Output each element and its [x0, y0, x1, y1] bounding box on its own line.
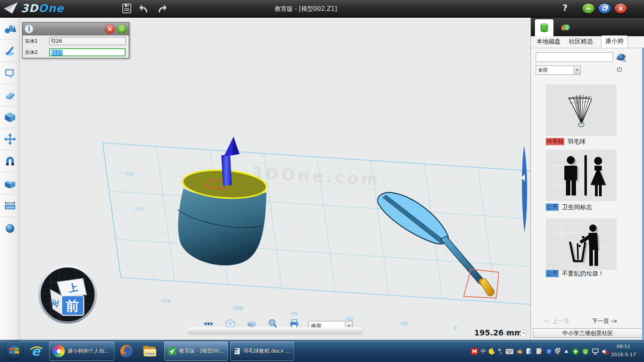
- model-thumbnail-shuttlecock[interactable]: [546, 84, 617, 136]
- dropdown-arrow[interactable]: [574, 66, 580, 74]
- entity2-row: 实体2 f237: [23, 47, 129, 58]
- restore-icon: [603, 6, 607, 10]
- internet-explorer-icon[interactable]: e: [28, 343, 44, 359]
- primitives-icon: [4, 23, 16, 35]
- svg-text:?: ?: [547, 349, 550, 354]
- toolbar-shelf: [188, 327, 362, 333]
- tab-community-featured[interactable]: 社区精选: [566, 36, 595, 48]
- browser-pinwheel-icon: [53, 345, 65, 357]
- close-button[interactable]: ×: [614, 3, 627, 14]
- tool-edit-sketch[interactable]: [0, 62, 20, 84]
- entity2-label: 实体2: [25, 49, 49, 56]
- library-tab-button[interactable]: [535, 19, 553, 36]
- explorer-folder-icon[interactable]: [142, 343, 158, 359]
- tool-move[interactable]: [0, 128, 20, 150]
- titlebar-divider: [577, 2, 578, 16]
- tool-combine[interactable]: [0, 173, 20, 195]
- magnet-icon: [4, 155, 16, 167]
- tool-sketch[interactable]: [0, 40, 20, 62]
- shuttlecock-image: [546, 84, 617, 136]
- tool-extrude[interactable]: [0, 106, 20, 128]
- community-panel: 本地磁盘 社区精选 康小帅 全部 待审核 羽毛球: [530, 18, 644, 340]
- search-input[interactable]: [536, 52, 613, 62]
- ruler-icon: [4, 200, 16, 212]
- help-button[interactable]: ?: [559, 3, 571, 15]
- show-hidden-icons-arrow[interactable]: [564, 349, 569, 354]
- parameter-dialog: i × ✓ 实体1 f226 实体2 f237: [22, 22, 129, 58]
- status-badge-public: 公开: [546, 270, 559, 277]
- svg-text:M: M: [472, 349, 477, 354]
- svg-text:-125: -125: [159, 297, 171, 304]
- network-icon[interactable]: [592, 348, 599, 355]
- viewcube-front-label: 前: [66, 298, 79, 314]
- combine-box-icon: [4, 177, 16, 189]
- show-desktop-icon[interactable]: [555, 348, 561, 355]
- category-dropdown[interactable]: 全部: [536, 66, 581, 75]
- tab-local-disk[interactable]: 本地磁盘: [534, 36, 563, 48]
- svg-text:W: W: [235, 349, 238, 353]
- viewport-3d[interactable]: 3DOne.com -125 -100 -75 -50 -25 0 25 -15…: [20, 18, 530, 340]
- minimize-button[interactable]: −: [582, 3, 595, 14]
- entity1-row: 实体1 f226: [23, 35, 129, 47]
- tool-magnet[interactable]: [0, 150, 20, 173]
- taskbar-button-3done[interactable]: 教育版 - [模型00...: [164, 341, 228, 361]
- entity2-field[interactable]: f237: [49, 48, 126, 56]
- community-site-button[interactable]: 中小学三维创意社区: [533, 328, 642, 338]
- tool-eraser[interactable]: [0, 84, 20, 106]
- prev-page-link[interactable]: <- 上一页: [544, 318, 569, 325]
- taskbar-button-word[interactable]: W 羽毛球教程.docx ...: [230, 341, 294, 361]
- view-cube[interactable]: 前 上 左: [37, 264, 98, 325]
- security-shield-icon[interactable]: [582, 348, 589, 355]
- handwriting-icon[interactable]: [516, 348, 523, 355]
- scale-dropdown-button[interactable]: [520, 330, 527, 337]
- doc-search-icon[interactable]: [526, 348, 533, 355]
- svg-text:-100: -100: [231, 304, 244, 311]
- svg-text:-25: -25: [399, 320, 409, 327]
- dialog-confirm-button[interactable]: ✓: [117, 24, 127, 34]
- taskbar-clock[interactable]: 09:51 2016-5-17: [607, 343, 640, 359]
- start-button[interactable]: [4, 341, 24, 360]
- taskbar: e 康小帅的个人创... 教育版 - [模型00...: [0, 340, 644, 362]
- tool-render[interactable]: [0, 217, 20, 239]
- database-icon: [539, 22, 550, 33]
- model-label[interactable]: 不要乱扔垃圾！: [562, 270, 604, 278]
- model-caption: 公开 不要乱扔垃圾！: [546, 269, 604, 278]
- antivirus-360-icon[interactable]: [572, 348, 579, 355]
- svg-text:0: 0: [453, 325, 457, 331]
- svg-text:-75: -75: [289, 311, 298, 317]
- panel-scrollbar[interactable]: [642, 47, 644, 340]
- restore-button[interactable]: [598, 3, 611, 14]
- doc-edit-icon[interactable]: [536, 348, 543, 355]
- tool-primitives[interactable]: [0, 18, 20, 40]
- punctuation-icon[interactable]: [498, 348, 503, 355]
- tab-user[interactable]: 康小帅: [601, 35, 628, 48]
- restroom-sign-image: [546, 150, 617, 201]
- help-tray-icon[interactable]: ?: [545, 348, 552, 355]
- power-icon[interactable]: [616, 66, 623, 73]
- info-icon: i: [25, 25, 33, 33]
- next-page-link[interactable]: 下一页 ->: [592, 318, 617, 325]
- status-badge-public: 公开: [546, 204, 559, 211]
- visibility-eye-icon[interactable]: [203, 319, 214, 328]
- entity1-field[interactable]: f226: [49, 37, 126, 45]
- community-app-icon: [560, 22, 571, 33]
- model-label[interactable]: 羽毛球: [568, 138, 586, 146]
- search-globe-icon[interactable]: [616, 52, 627, 63]
- dialog-cancel-button[interactable]: ×: [105, 24, 115, 34]
- model-thumbnail-litter[interactable]: [546, 218, 617, 270]
- taskbar-button-browser[interactable]: 康小帅的个人创...: [49, 341, 114, 361]
- left-toolbar: [0, 18, 20, 340]
- keyboard-icon[interactable]: [506, 349, 514, 354]
- entity1-label: 实体1: [25, 38, 49, 45]
- cube-icon: [4, 111, 16, 123]
- firefox-icon[interactable]: [118, 343, 134, 359]
- tray-m-icon[interactable]: M: [471, 348, 478, 355]
- community-tab-button[interactable]: [557, 21, 574, 35]
- model-label[interactable]: 卫生间标志: [562, 204, 592, 211]
- tool-measure[interactable]: [0, 195, 20, 217]
- ime-indicator[interactable]: 中: [481, 348, 486, 355]
- moon-icon[interactable]: [489, 348, 495, 355]
- direction-arrow[interactable]: [221, 154, 232, 186]
- model-thumbnail-restroom[interactable]: [546, 150, 617, 201]
- sphere-icon: [4, 222, 16, 234]
